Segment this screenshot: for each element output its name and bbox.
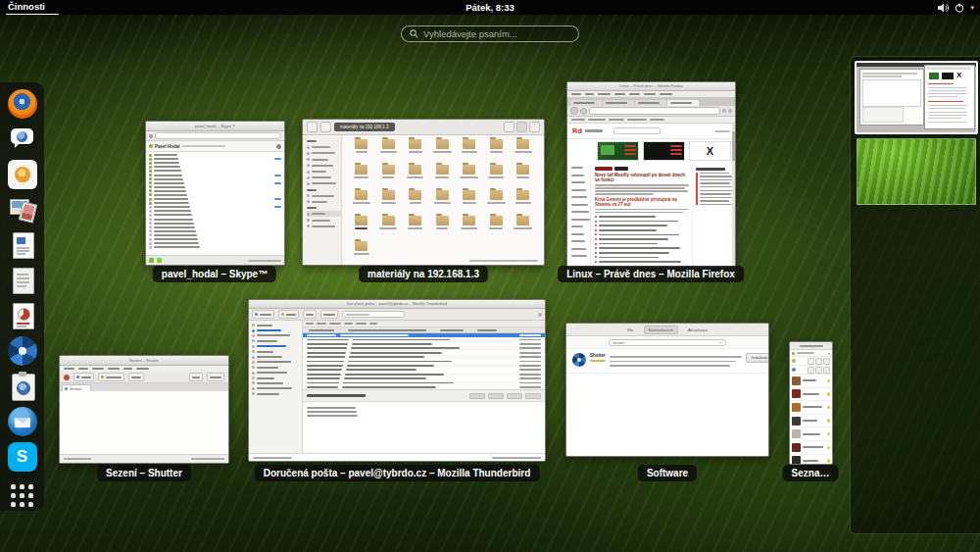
folder-item[interactable] — [375, 165, 403, 190]
promo-x-image[interactable]: X — [689, 141, 731, 161]
home-icon[interactable] — [728, 109, 732, 113]
contact-row[interactable] — [790, 388, 832, 402]
workspace-thumbnail-active[interactable]: X — [855, 61, 978, 134]
firefox-bookmarks-bar[interactable] — [567, 117, 735, 124]
clear-icon[interactable]: ✕ — [719, 340, 722, 345]
forward-button[interactable] — [320, 122, 331, 132]
folder-item[interactable] — [483, 190, 511, 216]
chat-messenger-icon[interactable] — [8, 125, 37, 154]
folder-item[interactable] — [348, 190, 375, 216]
folder-row[interactable] — [252, 391, 302, 396]
folder-item[interactable] — [402, 190, 429, 216]
skype-icon[interactable]: S — [8, 442, 37, 472]
window-button[interactable] — [128, 373, 144, 381]
text-document-icon[interactable] — [8, 266, 37, 295]
folder-item[interactable] — [348, 165, 375, 190]
folder-item[interactable] — [456, 165, 483, 190]
folder-item[interactable] — [483, 139, 511, 165]
folder-item[interactable] — [375, 216, 403, 241]
folder-pane[interactable] — [249, 321, 303, 453]
folder-item[interactable] — [375, 190, 403, 216]
message-list[interactable] — [303, 333, 545, 389]
folder-item[interactable] — [375, 139, 403, 165]
firefox-icon[interactable] — [8, 89, 37, 119]
list-view-button[interactable] — [529, 122, 540, 132]
status-dropdown[interactable]: ▾ — [790, 350, 832, 357]
article-headline-2[interactable]: Krita Gemini je předběžně přístupná na S… — [595, 197, 689, 208]
edit-button[interactable] — [189, 373, 203, 381]
site-search-input[interactable] — [613, 127, 661, 134]
system-status-area[interactable]: ▾ — [938, 1, 974, 14]
software-tab[interactable]: Aktualizace — [684, 326, 711, 333]
firefox-tabbar[interactable] — [567, 97, 735, 106]
folder-item[interactable] — [402, 216, 429, 241]
folder-item[interactable] — [483, 165, 511, 190]
writer-document-icon[interactable] — [8, 230, 37, 260]
folder-item[interactable] — [348, 216, 375, 241]
right-column-article[interactable] — [696, 173, 733, 206]
session-tab[interactable]: Sezení — [62, 384, 91, 391]
back-button[interactable] — [307, 122, 318, 132]
contact-row[interactable] — [790, 455, 832, 464]
contact-row[interactable] — [790, 375, 832, 388]
get-mail-button[interactable] — [252, 310, 274, 319]
contacts-toolbar-2[interactable] — [790, 366, 832, 375]
window-firefox[interactable]: Linux – Právě dnes – Mozilla Firefox Rd … — [566, 81, 736, 268]
message-tray-hint[interactable]: 2 nové zprávy — [0, 536, 850, 546]
folder-item[interactable] — [429, 139, 457, 165]
photo-manager-icon[interactable] — [8, 195, 37, 225]
contacts-list[interactable] — [790, 375, 832, 464]
delete-button[interactable] — [525, 393, 541, 399]
window-files[interactable]: materiály na 192.168.1.3 — [302, 119, 545, 266]
redo-icon[interactable] — [64, 375, 70, 380]
files-path-button[interactable]: materiály na 192.168.1.3 — [334, 123, 395, 131]
site-left-nav[interactable] — [567, 165, 591, 267]
menu-icon[interactable] — [538, 313, 542, 317]
window-contacts[interactable]: ▾ — [789, 341, 833, 465]
files-sidebar[interactable] — [303, 135, 342, 265]
software-installer-icon[interactable] — [8, 372, 37, 401]
folder-item[interactable] — [429, 216, 457, 241]
login-link[interactable] — [714, 130, 730, 132]
folder-item[interactable] — [483, 216, 511, 241]
contact-row[interactable] — [146, 245, 284, 249]
files-icon-grid[interactable] — [342, 135, 544, 265]
power-icon[interactable] — [955, 3, 964, 13]
folder-item[interactable] — [402, 139, 429, 165]
volume-icon[interactable] — [938, 3, 949, 13]
folder-item[interactable] — [456, 216, 483, 241]
install-button[interactable]: Instalovat — [746, 353, 769, 363]
address-book-button[interactable] — [320, 310, 338, 319]
url-bar[interactable] — [589, 107, 720, 115]
quick-filter-bar[interactable] — [303, 321, 545, 327]
thunderbird-icon[interactable] — [8, 407, 37, 436]
promo-dark-image[interactable] — [643, 141, 685, 161]
link-list[interactable] — [595, 216, 689, 263]
chat-button[interactable] — [303, 310, 317, 319]
contacts-toolbar-1[interactable] — [790, 357, 832, 366]
folder-item[interactable] — [402, 165, 429, 190]
write-button[interactable] — [278, 310, 299, 319]
folder-item[interactable] — [348, 139, 375, 165]
presentation-document-icon[interactable] — [8, 301, 37, 330]
firefox-page[interactable]: Rd X Nový šéf Mozilly odstoupil po deset… — [567, 124, 735, 267]
folder-item[interactable] — [456, 139, 483, 165]
software-tab[interactable]: Vše — [623, 326, 638, 333]
upload-button[interactable] — [207, 373, 224, 381]
window-shutter[interactable]: Sezení – Shutter Sezení — [59, 355, 229, 464]
grid-view-button[interactable] — [516, 122, 527, 132]
article-headline-1[interactable]: Nový šéf Mozilly odstoupil po deseti dne… — [595, 173, 689, 183]
folder-item[interactable] — [456, 190, 483, 216]
folder-item[interactable] — [510, 190, 537, 216]
back-button[interactable] — [570, 107, 578, 115]
window-thunderbird[interactable]: Doručená pošta – pavel@tybrdo.cz – Mozil… — [248, 299, 546, 462]
app-grid-icon[interactable] — [11, 484, 34, 508]
media-player-icon[interactable] — [8, 160, 37, 189]
forward-button[interactable] — [580, 108, 587, 115]
software-tab[interactable]: Nainstalované — [644, 326, 678, 334]
download-icon[interactable] — [722, 109, 726, 113]
fullscreen-button[interactable] — [98, 373, 124, 381]
window-skype[interactable]: pavel_hodal – Skype™ Pavel Hodal — [145, 121, 285, 266]
forward-button[interactable] — [488, 393, 504, 399]
archive-button[interactable] — [507, 393, 522, 399]
